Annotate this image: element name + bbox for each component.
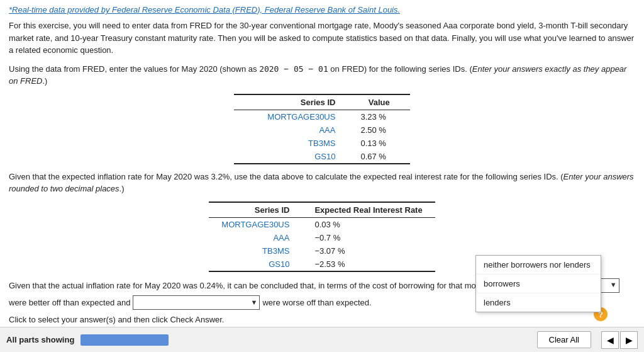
value-cell: −3.07 % (302, 244, 435, 258)
table-row: MORTGAGE30US0.03 % (209, 217, 435, 231)
dropdown2-select[interactable]: neither borrowers nor lenders borrowers … (133, 295, 260, 310)
nav-group: ◀ ▶ (601, 331, 638, 349)
instruction-prefix: Using the data from FRED, enter the valu… (9, 64, 259, 74)
table1-col1-header: Series ID (234, 94, 348, 110)
series-id-cell[interactable]: GS10 (234, 150, 348, 164)
instruction-text: Using the data from FRED, enter the valu… (9, 63, 635, 88)
value-cell: 0.03 % (302, 217, 435, 231)
all-parts-label: All parts showing (6, 335, 74, 344)
table-row: AAA2.50 % (234, 123, 410, 137)
popup-item-lenders[interactable]: lenders (476, 293, 601, 312)
clear-all-button[interactable]: Clear All (537, 331, 591, 348)
table2-col2-header: Expected Real Interest Rate (302, 202, 435, 218)
click-instruction: Click to select your answer(s) and then … (9, 315, 635, 324)
table-row: GS10−2.53 % (209, 258, 435, 271)
bottom-bar: All parts showing Clear All ◀ ▶ (0, 327, 644, 352)
table-row: TB3MS0.13 % (234, 137, 410, 150)
table1-section: Series ID Value MORTGAGE30US3.23 %AAA2.5… (9, 94, 635, 164)
value-cell: 2.50 % (348, 123, 410, 137)
dropdown-popup[interactable]: neither borrowers nor lenders borrowers … (475, 255, 601, 312)
series-id-cell[interactable]: MORTGAGE30US (209, 217, 302, 231)
popup-item-neither[interactable]: neither borrowers nor lenders (476, 256, 601, 275)
value-cell: −0.7 % (302, 231, 435, 244)
table-row: TB3MS−3.07 % (209, 244, 435, 258)
value-cell: −2.53 % (302, 258, 435, 271)
value-cell: 0.67 % (348, 150, 410, 164)
question3-prefix: Given that the actual inflation rate for… (9, 278, 490, 293)
series-id-cell[interactable]: TB3MS (234, 137, 348, 150)
dropdown2-wrapper[interactable]: neither borrowers nor lenders borrowers … (133, 295, 260, 310)
question3-middle: were better off than expected and (9, 295, 130, 310)
series-id-cell[interactable]: AAA (209, 231, 302, 244)
value-cell: 3.23 % (348, 110, 410, 123)
table2-col1-header: Series ID (209, 202, 302, 218)
series-id-cell[interactable]: MORTGAGE30US (234, 110, 348, 123)
popup-item-borrowers[interactable]: borrowers (476, 275, 601, 293)
date-code: 2020 − 05 − 01 (259, 64, 328, 74)
table-row: GS100.67 % (234, 150, 410, 164)
instruction-suffix: on FRED) for the following series IDs. ( (328, 64, 472, 74)
question2-text: Given that the expected inflation rate f… (9, 171, 635, 195)
prev-button[interactable]: ◀ (601, 331, 619, 349)
series-id-cell[interactable]: AAA (234, 123, 348, 137)
next-button[interactable]: ▶ (620, 331, 638, 349)
series-id-cell[interactable]: GS10 (209, 258, 302, 271)
progress-bar (80, 334, 169, 346)
table2: Series ID Expected Real Interest Rate MO… (209, 202, 435, 272)
value-cell: 0.13 % (348, 137, 410, 150)
table-row: MORTGAGE30US3.23 % (234, 110, 410, 123)
series-id-cell[interactable]: TB3MS (209, 244, 302, 258)
fred-link[interactable]: *Real-time data provided by Federal Rese… (9, 5, 635, 14)
table-row: AAA−0.7 % (209, 231, 435, 244)
question3-suffix: were worse off than expected. (262, 295, 371, 310)
table1: Series ID Value MORTGAGE30US3.23 %AAA2.5… (234, 94, 410, 164)
instruction-end: .) (42, 76, 47, 86)
table1-col2-header: Value (348, 94, 410, 110)
intro-text: For this exercise, you will need to ente… (9, 20, 635, 57)
